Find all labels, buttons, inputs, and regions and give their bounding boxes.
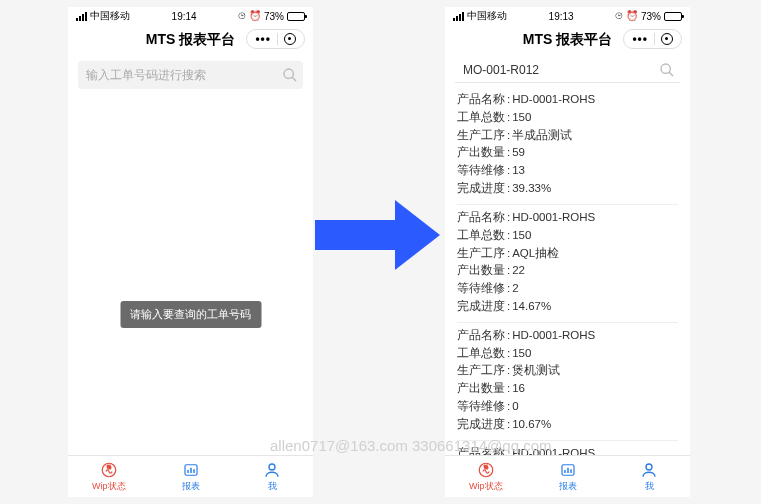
phone-body-results[interactable]: 产品名称:HD-0001-ROHS工单总数:150生产工序:半成品测试产出数量:…: [445, 83, 690, 455]
separator: [277, 33, 278, 45]
tab-me[interactable]: 我: [608, 456, 690, 497]
me-icon: [263, 461, 281, 479]
miniprogram-actions[interactable]: •••: [623, 29, 682, 49]
result-row-output: 产出数量:16: [457, 380, 678, 398]
result-block[interactable]: 产品名称:HD-0001-ROHS工单总数:150生产工序:AQL抽检产出数量:…: [457, 204, 678, 322]
results-list[interactable]: 产品名称:HD-0001-ROHS工单总数:150生产工序:半成品测试产出数量:…: [445, 83, 690, 455]
alarm-icon: ⌚︎ ⏰: [615, 10, 638, 22]
wip-icon: %: [477, 461, 495, 479]
close-target-icon[interactable]: [284, 33, 296, 45]
empty-toast: 请输入要查询的工单号码: [120, 301, 261, 328]
tab-report-label: 报表: [182, 480, 200, 493]
wip-icon: %: [100, 461, 118, 479]
result-row-pending: 等待维修:13: [457, 162, 678, 180]
more-icon[interactable]: •••: [632, 32, 648, 46]
battery-pct: 73%: [641, 11, 661, 22]
svg-point-10: [661, 64, 670, 73]
status-bar: 中国移动 19:13 ⌚︎ ⏰ 73%: [445, 7, 690, 25]
svg-point-8: [269, 464, 275, 470]
title-bar: MTS 报表平台 •••: [68, 25, 313, 55]
page-title: MTS 报表平台: [146, 31, 235, 49]
svg-line-11: [669, 72, 673, 76]
svg-rect-7: [193, 469, 195, 473]
tab-me[interactable]: 我: [231, 456, 313, 497]
result-row-progress: 完成进度:14.67%: [457, 298, 678, 316]
report-icon: [182, 461, 200, 479]
svg-marker-9: [315, 200, 440, 270]
result-row-process: 生产工序:半成品测试: [457, 127, 678, 145]
status-time: 19:14: [172, 11, 197, 22]
me-icon: [640, 461, 658, 479]
search-row[interactable]: [455, 57, 680, 83]
result-row-product: 产品名称:HD-0001-ROHS: [457, 327, 678, 345]
result-row-pending: 等待维修:2: [457, 280, 678, 298]
result-block[interactable]: 产品名称:HD-0001-ROHS工单总数:150生产工序:包装产出数量:13等…: [457, 440, 678, 455]
status-bar: 中国移动 19:14 ⌚︎ ⏰ 73%: [68, 7, 313, 25]
result-block[interactable]: 产品名称:HD-0001-ROHS工单总数:150生产工序:煲机测试产出数量:1…: [457, 322, 678, 440]
search-icon[interactable]: [277, 62, 303, 88]
more-icon[interactable]: •••: [255, 32, 271, 46]
tab-wip-label: Wip状态: [92, 480, 126, 493]
result-row-process: 生产工序:煲机测试: [457, 362, 678, 380]
result-row-product: 产品名称:HD-0001-ROHS: [457, 445, 678, 455]
tab-bar: % Wip状态 报表 我: [68, 455, 313, 497]
status-time: 19:13: [549, 11, 574, 22]
result-block[interactable]: 产品名称:HD-0001-ROHS工单总数:150生产工序:半成品测试产出数量:…: [457, 87, 678, 204]
tab-me-label: 我: [268, 480, 277, 493]
search-input[interactable]: [455, 63, 654, 77]
result-row-product: 产品名称:HD-0001-ROHS: [457, 91, 678, 109]
phone-left: 中国移动 19:14 ⌚︎ ⏰ 73% MTS 报表平台 ••• 请输入要查询的…: [68, 7, 313, 497]
title-bar: MTS 报表平台 •••: [445, 25, 690, 55]
tab-wip[interactable]: % Wip状态: [68, 456, 150, 497]
signal-icon: [453, 12, 464, 21]
result-row-output: 产出数量:22: [457, 262, 678, 280]
tab-bar: % Wip状态 报表 我: [445, 455, 690, 497]
phone-body-empty: 请输入要查询的工单号码: [68, 93, 313, 455]
svg-text:%: %: [107, 464, 111, 469]
carrier-label: 中国移动: [467, 9, 507, 23]
result-row-total: 工单总数:150: [457, 109, 678, 127]
svg-text:%: %: [484, 464, 488, 469]
tab-wip-label: Wip状态: [469, 480, 503, 493]
tab-report[interactable]: 报表: [527, 456, 609, 497]
close-target-icon[interactable]: [661, 33, 673, 45]
battery-icon: [287, 12, 305, 21]
result-row-process: 生产工序:AQL抽检: [457, 245, 678, 263]
svg-rect-16: [567, 467, 569, 472]
search-icon[interactable]: [654, 57, 680, 83]
battery-pct: 73%: [264, 11, 284, 22]
result-row-output: 产出数量:59: [457, 144, 678, 162]
svg-rect-6: [190, 467, 192, 472]
carrier-label: 中国移动: [90, 9, 130, 23]
svg-point-0: [284, 69, 293, 78]
tab-report-label: 报表: [559, 480, 577, 493]
tab-report[interactable]: 报表: [150, 456, 232, 497]
result-row-total: 工单总数:150: [457, 227, 678, 245]
svg-rect-17: [570, 469, 572, 473]
result-row-progress: 完成进度:39.33%: [457, 180, 678, 198]
tab-me-label: 我: [645, 480, 654, 493]
alarm-icon: ⌚︎ ⏰: [238, 10, 261, 22]
result-row-total: 工单总数:150: [457, 345, 678, 363]
svg-line-1: [292, 77, 296, 81]
search-input[interactable]: [78, 68, 277, 82]
miniprogram-actions[interactable]: •••: [246, 29, 305, 49]
svg-rect-5: [187, 470, 189, 473]
result-row-pending: 等待维修:0: [457, 398, 678, 416]
result-row-progress: 完成进度:10.67%: [457, 416, 678, 434]
battery-icon: [664, 12, 682, 21]
signal-icon: [76, 12, 87, 21]
page-title: MTS 报表平台: [523, 31, 612, 49]
report-icon: [559, 461, 577, 479]
phone-right: 中国移动 19:13 ⌚︎ ⏰ 73% MTS 报表平台 ••• 产品名称:HD…: [445, 7, 690, 497]
tab-wip[interactable]: % Wip状态: [445, 456, 527, 497]
svg-point-18: [646, 464, 652, 470]
separator: [654, 33, 655, 45]
result-row-product: 产品名称:HD-0001-ROHS: [457, 209, 678, 227]
arrow-icon: [315, 200, 440, 270]
svg-rect-15: [564, 470, 566, 473]
search-row[interactable]: [78, 61, 303, 89]
